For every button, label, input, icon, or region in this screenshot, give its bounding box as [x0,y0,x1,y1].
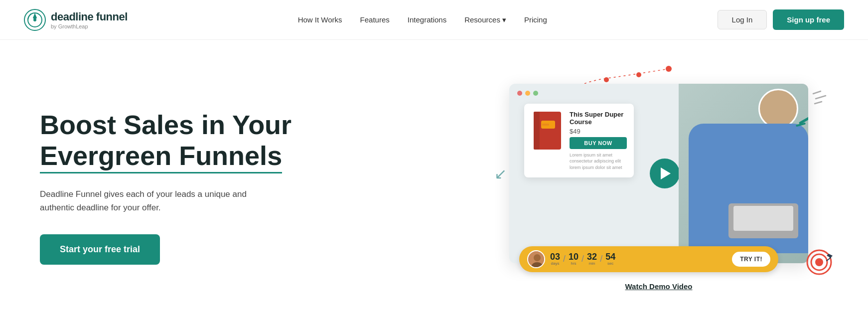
countdown-bar: 03 days / 10 hrs / 32 min / [519,246,778,272]
svg-line-16 [815,102,822,104]
signup-button[interactable]: Sign up free [773,9,844,30]
logo-name: deadline funnel [51,10,128,23]
person-image [679,84,808,263]
svg-point-12 [534,254,541,261]
hero-subtext: Deadline Funnel gives each of your leads… [40,187,259,214]
countdown-numbers: 03 days / 10 hrs / 32 min / [550,252,727,266]
decorative-lines [811,89,836,121]
product-card: This Super Duper Course $49 BUY NOW Lore… [524,104,634,178]
hero-section: Boost Sales in Your Evergreen Funnels De… [0,40,868,324]
product-title: This Super Duper Course [570,111,627,126]
hero-visual-card: This Super Duper Course $49 BUY NOW Lore… [509,84,808,263]
svg-point-3 [666,66,672,72]
nav-features[interactable]: Features [360,15,390,24]
hero-content: Boost Sales in Your Evergreen Funnels De… [40,109,299,265]
logo-icon [24,9,46,31]
nav-resources[interactable]: Resources ▾ [464,15,506,24]
nav-how-it-works[interactable]: How It Works [298,15,342,24]
product-price: $49 [570,128,627,135]
countdown-minutes: 32 min [587,252,597,266]
decorative-arrow: ↙ [494,164,507,182]
headline-line1: Boost Sales in Your [40,110,291,140]
nav-integrations[interactable]: Integrations [408,15,446,24]
nav-pricing[interactable]: Pricing [524,15,547,24]
browser-dot-yellow [525,91,530,96]
headline-line2: Evergreen Funnels [40,140,282,173]
target-icon [806,249,833,278]
product-buy-button[interactable]: BUY NOW [570,137,627,149]
hero-headline: Boost Sales in Your Evergreen Funnels [40,109,299,173]
person-head [758,89,798,129]
countdown-hours: 10 hrs [569,252,579,266]
svg-point-2 [33,18,36,21]
svg-rect-8 [534,112,540,150]
svg-point-19 [815,258,823,266]
nav-links: How It Works Features Integrations Resou… [298,15,547,24]
hero-visual-wrapper: This Super Duper Course $49 BUY NOW Lore… [509,84,808,263]
person-laptop [728,203,798,238]
browser-dot-red [517,91,522,96]
svg-line-15 [816,96,826,99]
watch-demo-link[interactable]: Watch Demo Video [625,282,692,291]
logo-text: deadline funnel by GrowthLeap [51,10,128,29]
book-icon [531,111,564,151]
navigation: deadline funnel by GrowthLeap How It Wor… [0,0,868,40]
product-description: Lorem ipsum sit amet consectetur adipisc… [570,152,627,171]
start-trial-button[interactable]: Start your free trial [40,234,160,265]
nav-actions: Log In Sign up free [718,9,844,30]
countdown-avatar [527,250,545,268]
countdown-seconds: 54 sec [605,252,615,266]
countdown-try-button[interactable]: TRY IT! [732,252,770,267]
play-button[interactable] [650,159,680,188]
logo[interactable]: deadline funnel by GrowthLeap [24,9,128,31]
countdown-days: 03 days [550,252,560,266]
chevron-down-icon: ▾ [502,15,506,24]
browser-chrome [517,91,538,96]
svg-point-5 [604,77,609,82]
play-triangle-icon [661,167,671,179]
hero-visual-area: This Super Duper Course $49 BUY NOW Lore… [489,84,828,291]
svg-line-14 [813,91,821,94]
svg-rect-10 [542,124,549,126]
browser-dot-green [533,91,538,96]
login-button[interactable]: Log In [718,10,767,29]
svg-point-4 [636,72,641,77]
logo-subtitle: by GrowthLeap [51,23,128,29]
